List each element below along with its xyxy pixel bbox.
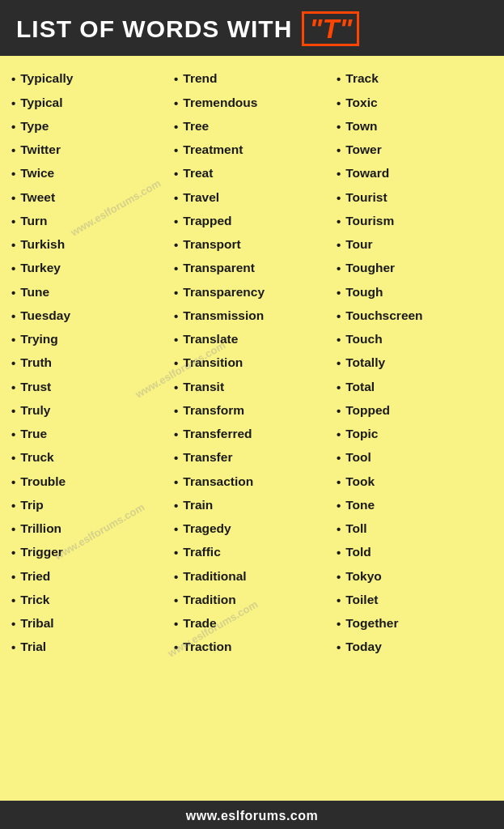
word-label: Trial [20, 639, 46, 656]
list-item: •Tune [11, 284, 167, 301]
word-label: Typical [20, 95, 62, 112]
list-item: •Tremendous [174, 95, 330, 112]
word-label: Transfer [183, 449, 232, 466]
bullet-icon: • [174, 142, 178, 159]
list-item: •Trapped [174, 213, 330, 230]
word-label: Translate [183, 331, 238, 348]
list-item: •Typically [11, 70, 167, 87]
list-item: •Tweet [11, 189, 167, 206]
bullet-icon: • [11, 332, 15, 348]
word-label: Tried [20, 568, 50, 585]
bullet-icon: • [11, 450, 15, 466]
word-label: Tourism [345, 213, 394, 230]
word-label: Tuesday [20, 308, 70, 325]
list-item: •True [11, 426, 167, 443]
word-label: Totally [345, 355, 385, 372]
bullet-icon: • [337, 616, 341, 632]
word-label: Tone [345, 497, 375, 514]
bullet-icon: • [11, 96, 15, 112]
list-item: •Trial [11, 639, 167, 656]
bullet-icon: • [174, 380, 178, 396]
bullet-icon: • [11, 498, 15, 514]
bullet-icon: • [174, 119, 178, 135]
bullet-icon: • [174, 214, 178, 230]
list-item: •Truck [11, 449, 167, 466]
list-item: •Trick [11, 592, 167, 609]
word-label: Today [345, 639, 382, 656]
bullet-icon: • [337, 474, 341, 491]
bullet-icon: • [11, 190, 15, 206]
bullet-icon: • [174, 237, 178, 253]
word-label: Travel [183, 189, 219, 206]
word-label: Tree [183, 118, 209, 135]
word-label: Turkey [20, 260, 61, 277]
bullet-icon: • [337, 96, 341, 112]
list-item: •Tougher [337, 260, 493, 277]
list-item: •Toxic [337, 95, 493, 112]
word-label: Took [345, 474, 375, 491]
list-item: •Track [337, 70, 493, 87]
bullet-icon: • [11, 308, 15, 325]
word-label: Told [345, 544, 371, 561]
list-item: •Toilet [337, 592, 493, 609]
list-item: •Traditional [174, 568, 330, 585]
word-label: Touch [345, 331, 382, 348]
list-item: •Treatment [174, 142, 330, 159]
list-item: •Truly [11, 402, 167, 419]
list-item: •Transport [174, 236, 330, 253]
word-label: Type [20, 118, 49, 135]
word-label: Transaction [183, 474, 253, 491]
bullet-icon: • [174, 166, 178, 182]
bullet-icon: • [337, 640, 341, 656]
bullet-icon: • [174, 498, 178, 514]
list-item: •Toward [337, 165, 493, 182]
list-item: •Trying [11, 331, 167, 348]
list-item: •Truth [11, 355, 167, 372]
bullet-icon: • [174, 545, 178, 561]
footer: www.eslforums.com [0, 801, 504, 829]
list-item: •Transmission [174, 308, 330, 325]
word-label: Typically [20, 70, 73, 87]
word-label: Trillion [20, 521, 61, 538]
list-item: •Transition [174, 355, 330, 372]
bullet-icon: • [11, 237, 15, 253]
list-item: •Tokyo [337, 568, 493, 585]
bullet-icon: • [11, 142, 15, 159]
list-item: •Trigger [11, 544, 167, 561]
list-item: •Trust [11, 379, 167, 396]
list-item: •Total [337, 379, 493, 396]
bullet-icon: • [174, 521, 178, 538]
list-item: •Tragedy [174, 521, 330, 538]
bullet-icon: • [174, 96, 178, 112]
word-label: Town [345, 118, 377, 135]
bullet-icon: • [11, 380, 15, 396]
word-label: True [20, 426, 47, 443]
list-item: •Toll [337, 521, 493, 538]
list-item: •Tone [337, 497, 493, 514]
bullet-icon: • [11, 427, 15, 443]
word-label: Toilet [345, 592, 378, 609]
bullet-icon: • [174, 403, 178, 419]
bullet-icon: • [337, 190, 341, 206]
word-label: Track [345, 70, 379, 87]
content-area: www.eslforums.com www.eslforums.com www.… [0, 56, 504, 801]
bullet-icon: • [174, 332, 178, 348]
word-label: Tweet [20, 189, 55, 206]
bullet-icon: • [337, 308, 341, 325]
list-item: •Tough [337, 284, 493, 301]
bullet-icon: • [174, 355, 178, 372]
bullet-icon: • [337, 569, 341, 585]
bullet-icon: • [11, 521, 15, 538]
list-item: •Town [337, 118, 493, 135]
bullet-icon: • [174, 450, 178, 466]
list-item: •Tuesday [11, 308, 167, 325]
list-item: •Traction [174, 639, 330, 656]
word-label: Transmission [183, 308, 264, 325]
list-item: •Twice [11, 165, 167, 182]
list-item: •Trade [174, 615, 330, 632]
bullet-icon: • [11, 119, 15, 135]
list-item: •Typical [11, 95, 167, 112]
bullet-icon: • [174, 474, 178, 491]
bullet-icon: • [11, 166, 15, 182]
word-label: Trip [20, 497, 43, 514]
